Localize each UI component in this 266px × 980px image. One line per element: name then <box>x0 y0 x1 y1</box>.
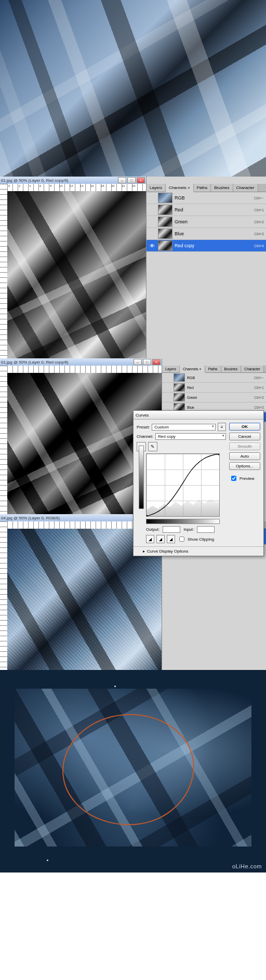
channel-thumb <box>174 373 185 382</box>
channel-shortcut: Ctrl+1 <box>254 386 264 390</box>
channel-red[interactable]: Red Ctrl+1 <box>147 204 266 216</box>
svg-point-1 <box>218 454 220 455</box>
maximize-button[interactable]: □ <box>127 177 136 183</box>
channel-label: Blue <box>175 231 252 236</box>
minimize-button[interactable]: – <box>134 359 142 365</box>
visibility-icon[interactable] <box>164 384 171 391</box>
curve-display-options-disclosure[interactable]: ▸ Curve Display Options <box>134 546 263 556</box>
preset-select[interactable]: Custom <box>152 424 216 431</box>
watermark-text: oLiHe.com <box>232 863 262 869</box>
channel-green[interactable]: Green Ctrl+2 <box>147 216 266 228</box>
preview-check[interactable]: Preview <box>229 474 260 482</box>
document-titlebar: 01.jpg @ 50% (Layer 0, Red copy/8) – □ × <box>0 177 146 184</box>
document-title: 01.jpg @ 50% (Layer 0, Red copy/8) <box>1 178 69 183</box>
visibility-icon[interactable] <box>149 230 156 237</box>
channel-thumb <box>158 229 172 239</box>
output-gradient <box>139 446 144 509</box>
tab-channels[interactable]: Channels × <box>180 366 205 373</box>
document-title: 04.jpg @ 50% (Layer 0, RGB/8) <box>1 516 60 520</box>
close-button[interactable]: × <box>137 177 145 183</box>
input-field[interactable] <box>197 526 215 533</box>
channel-shortcut: Ctrl+1 <box>254 208 264 212</box>
tab-brushes[interactable]: Brushes <box>221 366 242 372</box>
canvas-image-bw <box>7 191 146 358</box>
ok-button[interactable]: OK <box>229 423 260 431</box>
curve-line <box>147 454 219 516</box>
tab-character[interactable]: Character <box>233 184 258 192</box>
tab-channels[interactable]: Channels × <box>166 184 194 192</box>
window-controls: – □ × <box>134 359 161 365</box>
close-button[interactable]: × <box>152 359 161 365</box>
tab-paths[interactable]: Paths <box>205 366 221 372</box>
channel-select[interactable]: Red copy <box>155 433 226 440</box>
curves-body: Preset: Custom ≡ Channel: Red copy ∿ ✎ <box>134 420 263 546</box>
channel-red[interactable]: Red Ctrl+1 <box>162 383 266 393</box>
channel-shortcut: Ctrl+3 <box>254 406 264 409</box>
output-field[interactable] <box>163 526 180 533</box>
channel-shortcut: Ctrl+~ <box>254 196 264 200</box>
channel-label: Red <box>175 207 252 212</box>
channel-label: Green <box>175 219 252 224</box>
channel-label: RGB <box>187 376 252 380</box>
channel-rgb[interactable]: RGB Ctrl+~ <box>147 192 266 204</box>
visibility-icon[interactable] <box>164 394 171 401</box>
cancel-button[interactable]: Cancel <box>229 433 260 440</box>
visibility-icon[interactable] <box>149 194 156 202</box>
preset-menu-icon[interactable]: ≡ <box>218 423 226 431</box>
tab-layers[interactable]: Layers <box>147 184 166 192</box>
canvas[interactable] <box>7 191 146 358</box>
curves-buttons: OK Cancel Smooth Auto Options... Preview <box>229 423 260 543</box>
channel-rgb[interactable]: RGB Ctrl+~ <box>162 373 266 383</box>
channels-panel: Layers Channels × Paths Brushes Characte… <box>146 177 266 358</box>
channel-thumb <box>158 205 172 215</box>
gray-point-eyedropper-icon[interactable]: ◢ <box>156 535 165 543</box>
auto-button[interactable]: Auto <box>229 452 260 460</box>
show-clipping-check[interactable]: Show Clipping <box>177 535 214 543</box>
curves-left: Preset: Custom ≡ Channel: Red copy ∿ ✎ <box>137 423 226 543</box>
channel-red-copy[interactable]: 👁 Red copy Ctrl+4 <box>147 240 266 252</box>
tab-brushes[interactable]: Brushes <box>211 184 233 192</box>
channel-thumb <box>174 383 185 392</box>
channel-select-label: Channel: <box>137 434 153 439</box>
canvas-area: 01.jpg @ 50% (Layer 0, Red copy/8) – □ ×… <box>0 177 146 358</box>
channel-list: RGB Ctrl+~ Red Ctrl+1 Green Ctrl+2 Blue … <box>147 192 266 358</box>
output-label: Output: <box>146 527 159 532</box>
options-button[interactable]: Options... <box>229 462 260 470</box>
show-clipping-checkbox[interactable] <box>179 536 184 542</box>
channel-blue[interactable]: Blue Ctrl+3 <box>147 228 266 240</box>
step-channels-panel: 01.jpg @ 50% (Layer 0, Red copy/8) – □ ×… <box>0 177 266 358</box>
preview-checkbox[interactable] <box>231 476 236 481</box>
window-controls: – □ × <box>118 177 145 183</box>
visibility-icon[interactable] <box>164 374 171 381</box>
tab-layers[interactable]: Layers <box>162 366 180 372</box>
channel-thumb <box>158 193 172 203</box>
visibility-icon[interactable] <box>149 206 156 213</box>
channel-label: Red copy <box>175 243 252 248</box>
tab-character[interactable]: Character <box>241 366 264 372</box>
channel-label: Red <box>187 386 252 390</box>
visibility-icon[interactable] <box>164 404 171 411</box>
preset-label: Preset: <box>137 425 150 429</box>
visibility-icon[interactable] <box>149 218 156 225</box>
white-point-eyedropper-icon[interactable]: ◢ <box>167 535 175 543</box>
curves-dialog[interactable]: Curves Preset: Custom ≡ Channel: Red cop… <box>133 410 264 556</box>
channel-green[interactable]: Green Ctrl+2 <box>162 393 266 402</box>
curve-pencil-mode-icon[interactable]: ✎ <box>148 442 157 451</box>
channel-thumb <box>158 217 172 227</box>
document-title: 01.jpg @ 50% (Layer 0, Red copy/8) <box>1 360 69 365</box>
maximize-button[interactable]: □ <box>143 359 151 365</box>
smooth-button[interactable]: Smooth <box>229 442 260 450</box>
black-point-eyedropper-icon[interactable]: ◢ <box>146 535 154 543</box>
channel-thumb <box>174 393 185 401</box>
input-gradient <box>146 519 220 524</box>
curve-graph[interactable] <box>146 453 220 517</box>
curves-titlebar[interactable]: Curves <box>134 411 263 420</box>
ruler-vertical <box>0 521 8 670</box>
visibility-icon[interactable]: 👁 <box>149 242 156 249</box>
step-curves-dialog: 01.jpg @ 50% (Layer 0, Red copy/8) – □ ×… <box>0 358 266 514</box>
ice-photograph <box>0 0 266 177</box>
channel-label: Green <box>187 396 252 399</box>
minimize-button[interactable]: – <box>118 177 126 183</box>
tab-paths[interactable]: Paths <box>194 184 211 192</box>
channel-shortcut: Ctrl+4 <box>254 244 264 248</box>
